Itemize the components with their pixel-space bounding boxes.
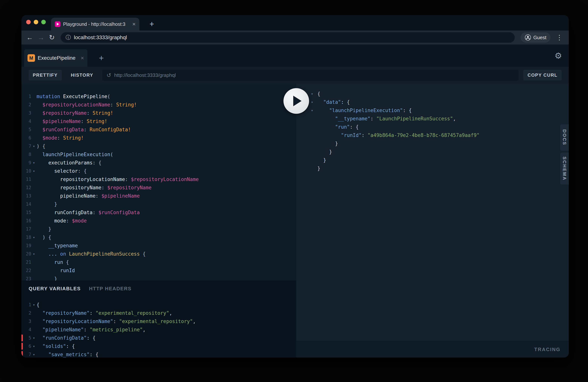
- code-line: ▾ "launchPipelineExecution": {: [296, 106, 569, 114]
- code-line[interactable]: 3 "repositoryLocationName": "experimenta…: [21, 317, 296, 325]
- line-number: 9: [21, 159, 31, 167]
- code-text: launchPipelineExecution(: [37, 150, 113, 159]
- fold-arrow-icon[interactable]: ▾: [308, 90, 316, 98]
- tab-http-headers[interactable]: HTTP HEADERS: [89, 286, 132, 292]
- url-bar[interactable]: ⓘ localhost:3333/graphql: [61, 32, 515, 43]
- query-editor-pane[interactable]: 1mutation ExecutePipeline(2 $repositoryL…: [21, 84, 296, 358]
- fold-arrow-icon[interactable]: ▾: [31, 233, 37, 241]
- code-text: "run": {: [317, 123, 358, 131]
- code-line: "__typename": "LaunchPipelineRunSuccess"…: [296, 114, 569, 123]
- docs-side-tab[interactable]: DOCS: [560, 124, 569, 151]
- forward-button[interactable]: →: [38, 30, 44, 44]
- code-line[interactable]: 5▾ "runConfigData": {: [21, 334, 296, 342]
- code-text: "repositoryLocationName": "experimental_…: [37, 317, 196, 325]
- code-line[interactable]: 11 repositoryLocationName: $repositoryLo…: [21, 175, 296, 184]
- fold-arrow-icon[interactable]: ▾: [308, 98, 316, 106]
- fold-spacer: [31, 126, 37, 134]
- history-button[interactable]: HISTORY: [67, 70, 97, 81]
- code-line[interactable]: 12 repositoryName: $repositoryName: [21, 184, 296, 192]
- fold-arrow-icon[interactable]: ▾: [31, 334, 37, 342]
- fold-arrow-icon[interactable]: ▾: [31, 250, 37, 258]
- line-number: 2: [21, 309, 31, 317]
- code-line[interactable]: 6 $mode: String!: [21, 134, 296, 142]
- code-line[interactable]: 16 mode: $mode: [21, 217, 296, 225]
- playground-tab-close-icon[interactable]: ×: [81, 55, 84, 61]
- code-line[interactable]: 8 launchPipelineExecution(: [21, 150, 296, 159]
- new-tab-button[interactable]: +: [147, 20, 156, 29]
- fold-arrow-icon[interactable]: ▾: [31, 350, 37, 358]
- close-window-button[interactable]: [26, 20, 31, 24]
- code-line[interactable]: 13 pipelineName: $pipelineName: [21, 192, 296, 200]
- reload-button[interactable]: ↻: [49, 30, 55, 44]
- playground-main: 1mutation ExecutePipeline(2 $repositoryL…: [21, 84, 569, 358]
- error-indicator: [21, 335, 23, 341]
- code-line[interactable]: 9▾ executionParams: {: [21, 159, 296, 167]
- schema-side-tab[interactable]: SCHEMA: [560, 152, 569, 185]
- code-line[interactable]: 7▾ "save_metrics": {: [21, 350, 296, 358]
- playground-new-tab-button[interactable]: +: [96, 53, 106, 63]
- fold-spacer: [308, 164, 316, 172]
- fold-spacer: [31, 208, 37, 217]
- code-line: }: [296, 148, 569, 156]
- code-text: ) {: [37, 233, 51, 241]
- browser-menu-button[interactable]: ⋮: [555, 34, 564, 42]
- code-line[interactable]: 14 }: [21, 200, 296, 208]
- query-variables-editor[interactable]: 1▾{2 "repositoryName": "experimental_rep…: [21, 296, 296, 358]
- code-text: mode: $mode: [37, 217, 87, 225]
- code-line[interactable]: 5 $runConfigData: RunConfigData!: [21, 126, 296, 134]
- code-text: runId: [37, 266, 75, 275]
- execute-query-button[interactable]: [283, 88, 309, 114]
- fold-spacer: [31, 117, 37, 126]
- line-number: 18: [21, 233, 31, 241]
- fold-arrow-icon[interactable]: ▾: [31, 167, 37, 175]
- code-line[interactable]: 2 "repositoryName": "experimental_reposi…: [21, 309, 296, 317]
- code-line[interactable]: 1mutation ExecutePipeline(: [21, 92, 296, 101]
- code-text: $repositoryLocationName: String!: [37, 101, 137, 109]
- code-line[interactable]: 22 runId: [21, 266, 296, 275]
- fold-arrow-icon[interactable]: ▾: [31, 342, 37, 350]
- fold-spacer: [31, 150, 37, 159]
- code-line[interactable]: 10▾ selector: {: [21, 167, 296, 175]
- copy-curl-button[interactable]: COPY CURL: [524, 70, 562, 81]
- back-button[interactable]: ←: [26, 30, 33, 44]
- zoom-window-button[interactable]: [41, 20, 46, 24]
- tab-query-variables[interactable]: QUERY VARIABLES: [29, 286, 81, 292]
- fold-arrow-icon[interactable]: ▾: [31, 159, 37, 167]
- code-line[interactable]: 7▾) {: [21, 142, 296, 150]
- code-text: $repositoryName: String!: [37, 109, 113, 117]
- tab-close-icon[interactable]: ×: [132, 21, 136, 27]
- minimize-window-button[interactable]: [34, 20, 38, 24]
- fold-arrow-icon[interactable]: ▾: [31, 142, 37, 150]
- code-line[interactable]: 3 $repositoryName: String!: [21, 109, 296, 117]
- profile-button[interactable]: Guest: [521, 33, 550, 42]
- browser-tab[interactable]: Playground - http://localhost:3 ×: [51, 18, 139, 30]
- code-line[interactable]: 17 }: [21, 225, 296, 233]
- fold-arrow-icon[interactable]: ▾: [31, 301, 37, 309]
- site-info-icon[interactable]: ⓘ: [65, 34, 71, 41]
- tracing-toggle[interactable]: TRACING: [534, 347, 561, 352]
- code-line[interactable]: 21 run {: [21, 258, 296, 266]
- code-line[interactable]: 6▾ "solids": {: [21, 342, 296, 350]
- code-line[interactable]: 15 runConfigData: $runConfigData: [21, 208, 296, 217]
- code-line[interactable]: 23 }: [21, 275, 296, 281]
- settings-gear-icon[interactable]: ⚙: [555, 51, 562, 61]
- endpoint-input[interactable]: ↺ http://localhost:3333/graphql: [102, 70, 519, 81]
- fold-spacer: [31, 217, 37, 225]
- code-line[interactable]: 1▾{: [21, 301, 296, 309]
- endpoint-history-icon[interactable]: ↺: [106, 72, 111, 79]
- playground-tab[interactable]: M ExecutePipeline ×: [24, 49, 87, 67]
- fold-spacer: [308, 131, 316, 139]
- code-line[interactable]: 18▾ ) {: [21, 233, 296, 241]
- code-line[interactable]: 4 $pipelineName: String!: [21, 117, 296, 126]
- fold-arrow-icon[interactable]: ▾: [308, 106, 316, 114]
- fold-spacer: [31, 92, 37, 101]
- line-number: 4: [21, 117, 31, 126]
- prettify-button[interactable]: PRETTIFY: [29, 70, 62, 81]
- code-line[interactable]: 19 __typename: [21, 241, 296, 250]
- code-text: $mode: String!: [37, 134, 84, 142]
- code-line[interactable]: 4 "pipelineName": "metrics_pipeline",: [21, 325, 296, 334]
- query-editor[interactable]: 1mutation ExecutePipeline(2 $repositoryL…: [21, 84, 296, 281]
- playground-favicon-icon: [55, 21, 61, 27]
- code-line[interactable]: 2 $repositoryLocationName: String!: [21, 101, 296, 109]
- code-line[interactable]: 20▾ ... on LaunchPipelineRunSuccess {: [21, 250, 296, 258]
